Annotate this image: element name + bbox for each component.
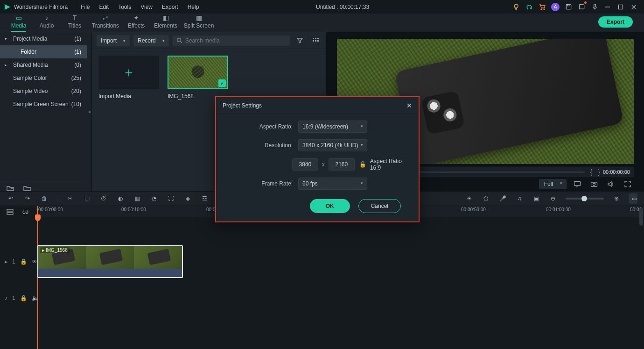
clip-label: IMG_1568 xyxy=(46,248,68,253)
snapshot-icon[interactable] xyxy=(588,178,600,190)
video-track-lane[interactable]: ▸IMG_1568 xyxy=(36,243,644,280)
frame-rate-select[interactable]: 60 fps xyxy=(298,178,367,190)
keyframe-left-icon[interactable]: { xyxy=(588,168,595,176)
duration-icon[interactable]: ◔ xyxy=(150,195,158,202)
redo-icon[interactable]: ↷ xyxy=(23,195,32,202)
search-input-wrap[interactable] xyxy=(173,36,290,46)
keyframe-icon[interactable]: ◈ xyxy=(183,195,192,202)
tab-elements[interactable]: ◧Elements xyxy=(150,14,181,32)
undo-icon[interactable]: ↶ xyxy=(7,195,15,202)
window-minimize[interactable] xyxy=(601,0,614,14)
import-media-label: Import Media xyxy=(98,93,159,100)
tips-icon[interactable] xyxy=(510,0,523,14)
render-icon[interactable]: ☀ xyxy=(465,195,473,202)
sidebar-item-sample-color[interactable]: Sample Color(25) xyxy=(0,71,87,85)
expand-icon[interactable]: ⛶ xyxy=(167,195,175,202)
record-screen-icon[interactable]: ▣ xyxy=(532,195,540,202)
zoom-fit-icon[interactable]: ▭ xyxy=(629,193,637,204)
cart-icon[interactable] xyxy=(536,0,549,14)
audio-track-lane[interactable] xyxy=(36,280,644,316)
menu-export[interactable]: Export xyxy=(157,4,183,10)
cancel-button[interactable]: Cancel xyxy=(358,199,401,213)
sidebar-item-sample-green-screen[interactable]: Sample Green Screen(10) xyxy=(0,98,87,111)
ok-button[interactable]: OK xyxy=(310,199,350,213)
ruler-tick: 00:00:00:00 xyxy=(38,207,63,212)
menu-help[interactable]: Help xyxy=(183,4,204,10)
titlebar: Wondershare Filmora File Edit Tools View… xyxy=(0,0,644,14)
record-dropdown[interactable]: Record▾ xyxy=(133,35,169,46)
keyframe-right-icon[interactable]: } xyxy=(595,168,603,176)
sidebar-item-count: (25) xyxy=(71,75,81,81)
tab-transitions[interactable]: ⇄Transitions xyxy=(89,14,122,32)
resolution-width-input[interactable] xyxy=(292,158,318,171)
marker-icon[interactable]: ⬠ xyxy=(482,195,490,202)
menu-file[interactable]: File xyxy=(76,4,94,10)
mic-icon[interactable] xyxy=(588,0,601,14)
folder-icon[interactable] xyxy=(23,185,31,192)
mixer-icon[interactable]: ♫ xyxy=(515,195,524,202)
x-separator: x xyxy=(318,161,329,168)
resolution-height-input[interactable] xyxy=(329,158,355,171)
svg-rect-9 xyxy=(619,5,623,9)
save-icon[interactable] xyxy=(562,0,575,14)
speed-icon[interactable]: ⏱ xyxy=(99,195,108,202)
dialog-close-icon[interactable]: ✕ xyxy=(406,102,412,109)
lock-icon[interactable]: 🔒 xyxy=(20,295,27,301)
preview-quality-dropdown[interactable]: Full xyxy=(539,179,567,189)
chevron-right-icon: ▸ xyxy=(5,63,7,67)
chevron-left-icon: ◂ xyxy=(88,109,91,114)
filter-icon[interactable] xyxy=(294,35,306,47)
sidebar-item-sample-video[interactable]: Sample Video(20) xyxy=(0,85,87,98)
menu-view[interactable]: View xyxy=(136,4,157,10)
zoom-slider[interactable] xyxy=(566,198,604,199)
menu-edit[interactable]: Edit xyxy=(95,4,114,10)
tab-audio[interactable]: ♪Audio xyxy=(33,14,61,32)
tab-effects[interactable]: ✦Effects xyxy=(122,14,150,32)
tab-elements-label: Elements xyxy=(154,22,177,29)
resolution-select[interactable]: 3840 x 2160 (4k UHD) xyxy=(298,139,367,151)
tab-titles[interactable]: TTitles xyxy=(61,14,89,32)
avatar[interactable]: A xyxy=(549,0,562,14)
fullscreen-icon[interactable] xyxy=(622,178,634,190)
shapes-icon: ◧ xyxy=(150,14,181,21)
import-dropdown[interactable]: Import▾ xyxy=(97,35,130,46)
cut-icon[interactable]: ✂ xyxy=(66,195,74,202)
search-input[interactable] xyxy=(185,37,286,44)
notifications-icon[interactable] xyxy=(575,0,588,14)
menu-tools[interactable]: Tools xyxy=(113,4,136,10)
aspect-ratio-select[interactable]: 16:9 (Widescreen) xyxy=(298,121,367,133)
stack-view-icon[interactable] xyxy=(7,209,14,215)
delete-icon[interactable]: 🗑 xyxy=(40,195,49,202)
sidebar-item-shared-media[interactable]: ▸Shared Media(0) xyxy=(0,58,87,71)
crop-icon[interactable]: ⬚ xyxy=(83,195,91,202)
import-media-card[interactable]: ＋ Import Media xyxy=(98,56,159,185)
display-icon[interactable] xyxy=(571,178,583,190)
window-maximize[interactable] xyxy=(614,0,627,14)
volume-icon[interactable] xyxy=(605,178,617,190)
tab-split-screen[interactable]: ▥Split Screen xyxy=(181,14,217,32)
lock-icon[interactable]: 🔒 xyxy=(20,258,27,265)
lock-aspect-icon[interactable]: 🔓 xyxy=(359,161,366,168)
color-icon[interactable]: ◐ xyxy=(116,195,125,202)
resolution-label: Resolution: xyxy=(224,142,298,149)
clip-icon: ▸ xyxy=(42,248,44,253)
aspect-ratio-label: Aspect Ratio: xyxy=(224,123,298,130)
green-screen-icon[interactable]: ▦ xyxy=(133,195,141,202)
sidebar-collapse-toggle[interactable]: ◂ xyxy=(87,32,91,191)
sidebar-item-project-media[interactable]: ▾Project Media(1) xyxy=(0,32,87,45)
new-folder-icon[interactable] xyxy=(7,185,14,192)
video-clip[interactable]: ▸IMG_1568 xyxy=(37,245,183,278)
link-icon[interactable] xyxy=(22,209,29,215)
grid-view-icon[interactable] xyxy=(309,35,322,47)
adjust-icon[interactable]: ☲ xyxy=(200,195,209,202)
dialog-title: Project Settings xyxy=(223,102,262,109)
export-button[interactable]: Export xyxy=(598,16,633,28)
sidebar-item-folder[interactable]: Folder(1) xyxy=(0,45,87,58)
zoom-out-icon[interactable]: ⊖ xyxy=(549,195,557,202)
headphones-icon[interactable] xyxy=(523,0,536,14)
tab-media[interactable]: ▭Media xyxy=(5,14,33,32)
window-close[interactable] xyxy=(627,0,640,14)
zoom-in-icon[interactable]: ⊕ xyxy=(612,195,621,202)
sidebar-item-label: Sample Green Screen xyxy=(13,101,69,107)
voiceover-icon[interactable]: 🎤 xyxy=(498,195,507,202)
